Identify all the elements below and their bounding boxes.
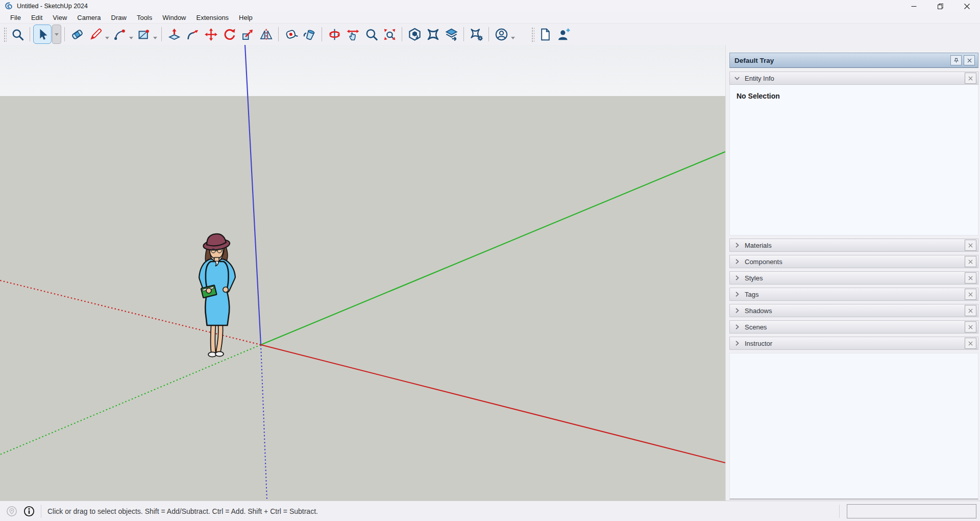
share-model-tool-button[interactable] [442,25,460,44]
menu-file[interactable]: File [5,13,26,22]
toolbar-grip[interactable] [531,27,534,42]
toolbar-separator [30,27,30,41]
close-section-components-button[interactable] [965,256,976,267]
follow-me-tool-button[interactable] [183,25,202,44]
select-tool-button[interactable] [33,25,52,44]
close-section-styles-button[interactable] [965,272,976,283]
tray-section-shadows[interactable]: Shadows [729,304,978,317]
menu-draw[interactable]: Draw [106,13,132,22]
tray-section-entity-info[interactable]: Entity Info [729,72,978,85]
push-pull-icon [167,28,181,41]
paint-bucket-tool-button[interactable] [300,25,318,44]
pan-tool-button[interactable] [344,25,362,44]
close-section-materials-button[interactable] [965,240,976,251]
close-section-tags-button[interactable] [965,289,976,300]
tray-section-tags[interactable]: Tags [729,288,978,301]
chevron-right-icon [734,324,740,330]
orbit-tool-button[interactable] [325,25,344,44]
entity-info-panel-content: No Selection [729,85,978,235]
measurements-area [839,501,980,521]
orbit-icon [328,28,341,41]
info-icon[interactable] [23,506,35,517]
menu-view[interactable]: View [47,13,72,22]
menu-window[interactable]: Window [157,13,191,22]
new-document-tool-button[interactable] [536,25,554,44]
chevron-right-icon [734,258,740,265]
tray-section-components[interactable]: Components [729,255,978,268]
measurements-separator [839,505,840,518]
minimize-button[interactable] [900,0,927,12]
account-icon [495,28,508,41]
chevron-right-icon [734,242,740,248]
arcs-tool-button[interactable] [110,25,129,44]
eraser-tool-button[interactable] [68,25,86,44]
tray-section-scenes[interactable]: Scenes [729,320,978,334]
tray-section-styles[interactable]: Styles [729,271,978,285]
sky [0,45,725,96]
select-dropdown-button[interactable] [52,25,61,44]
zoom-icon [364,28,378,41]
menu-extensions[interactable]: Extensions [191,13,234,22]
section-label: Entity Info [745,75,965,82]
close-section-scenes-button[interactable] [965,321,976,333]
search-icon [11,28,24,41]
tray-close-icon[interactable] [964,55,975,65]
ground [0,96,725,501]
extension-warehouse-tool-button[interactable] [424,25,442,44]
close-section-instructor-button[interactable] [965,338,976,349]
flip-icon [259,28,273,41]
close-section-entity-info-button[interactable] [965,73,976,84]
3d-warehouse-tool-button[interactable] [405,25,424,44]
line-dropdown-chevron-icon[interactable] [105,37,109,39]
measurements-input[interactable] [847,504,976,518]
arcs-dropdown-chevron-icon[interactable] [129,37,133,39]
window-title: Untitled - SketchUp 2024 [17,3,88,10]
zoom-tool-button[interactable] [362,25,380,44]
account-dropdown-chevron-icon[interactable] [511,37,515,39]
toolbar-separator [64,27,65,41]
close-section-shadows-button[interactable] [965,305,976,316]
tape-measure-tool-button[interactable] [282,25,300,44]
line-tool-button[interactable] [86,25,105,44]
toolbar-separator [463,27,464,41]
section-label: Tags [745,291,965,298]
pan-icon [346,28,360,41]
toolbar-grip[interactable] [3,27,7,42]
arcs-icon [113,28,127,41]
rotate-tool-button[interactable] [220,25,238,44]
geolocation-icon[interactable] [6,506,17,517]
menu-edit[interactable]: Edit [26,13,47,22]
flip-tool-button[interactable] [257,25,275,44]
tray-empty-area [729,353,978,500]
shapes-dropdown-chevron-icon[interactable] [153,37,157,39]
menu-help[interactable]: Help [234,13,258,22]
account-tool-button[interactable] [492,25,510,44]
scale-tool-button[interactable] [238,25,257,44]
move-tool-button[interactable] [202,25,220,44]
section-label: Components [745,258,965,266]
toolbar-separator [322,27,322,41]
shapes-tool-button[interactable] [134,25,153,44]
model-scene [0,45,725,501]
menu-tools[interactable]: Tools [132,13,157,22]
chevron-down-icon [734,75,740,81]
toolbar [0,23,980,45]
tray-section-instructor[interactable]: Instructor [729,337,978,350]
zoom-extents-tool-button[interactable] [380,25,399,44]
extension-manager-tool-button[interactable] [467,25,485,44]
tray-section-materials[interactable]: Materials [729,239,978,252]
chevron-right-icon [734,340,740,346]
menu-camera[interactable]: Camera [72,13,106,22]
search-tool-button[interactable] [8,25,27,44]
tray-title-bar[interactable]: Default Tray [729,53,978,68]
restore-button[interactable] [927,0,953,12]
3d-viewport[interactable] [0,45,725,501]
sketchup-window: Untitled - SketchUp 2024 FileEditViewCam… [0,0,980,521]
pin-icon[interactable] [950,55,962,65]
toolbar-separator [278,27,279,41]
close-button[interactable] [953,0,980,12]
push-pull-tool-button[interactable] [165,25,183,44]
tray-title: Default Tray [734,57,948,64]
add-collaborator-tool-button[interactable] [554,25,573,44]
move-icon [204,28,218,41]
